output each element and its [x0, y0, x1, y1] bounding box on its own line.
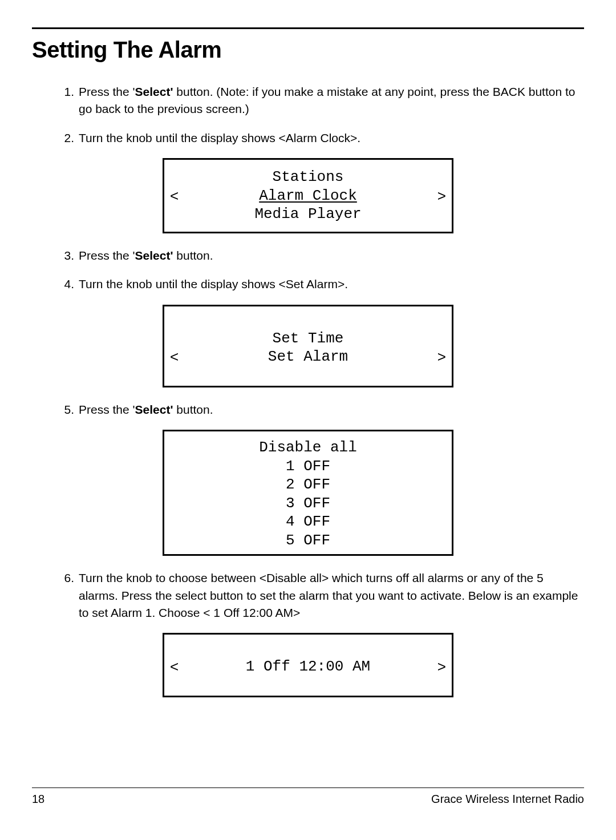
step-text: Turn the knob until the display shows <S…: [79, 276, 348, 293]
page-title: Setting The Alarm: [32, 37, 584, 63]
display-line: Set Time: [170, 329, 446, 348]
display-selected: Set Alarm: [183, 348, 433, 366]
display-selected-row: < Alarm Clock >: [170, 187, 446, 205]
display-line: 4 OFF: [170, 512, 446, 531]
top-rule: [32, 27, 584, 29]
step-number: 1.: [59, 83, 74, 118]
step-text: Turn the knob until the display shows <A…: [79, 130, 360, 147]
step-number: 6.: [59, 570, 74, 621]
arrow-right-icon: >: [433, 657, 446, 676]
step-text-pre: Press the ': [79, 85, 135, 98]
display-selected-row: < Set Alarm >: [170, 348, 446, 366]
step-text-post: button.: [173, 249, 213, 262]
step-text-post: button.: [173, 403, 213, 416]
instruction-steps: 1. Press the 'Select' button. (Note: if …: [32, 83, 584, 147]
display-line: Stations: [170, 168, 446, 187]
page-number: 18: [32, 793, 44, 806]
display-line: Media Player: [170, 205, 446, 224]
step-text-bold: Select': [135, 85, 173, 98]
step-text: Press the 'Select' button.: [79, 401, 213, 418]
display-line: 5 OFF: [170, 531, 446, 550]
display-line: 2 OFF: [170, 475, 446, 494]
step-text: Turn the knob to choose between <Disable…: [79, 570, 584, 621]
step-text-bold: Select': [135, 403, 173, 416]
step-number: 3.: [59, 247, 74, 264]
step-1: 1. Press the 'Select' button. (Note: if …: [59, 83, 584, 118]
step-3: 3. Press the 'Select' button.: [59, 247, 584, 264]
step-6: 6. Turn the knob to choose between <Disa…: [59, 570, 584, 621]
step-text-pre: Press the ': [79, 403, 135, 416]
page-footer: 18 Grace Wireless Internet Radio: [32, 788, 584, 806]
display-selected: Alarm Clock: [183, 187, 433, 205]
display-line: Disable all: [170, 438, 446, 457]
lcd-display-3: Disable all 1 OFF 2 OFF 3 OFF 4 OFF 5 OF…: [163, 430, 453, 556]
step-number: 2.: [59, 130, 74, 147]
step-text-pre: Press the ': [79, 249, 135, 262]
display-line: 1 OFF: [170, 457, 446, 476]
step-2: 2. Turn the knob until the display shows…: [59, 130, 584, 147]
instruction-steps: 6. Turn the knob to choose between <Disa…: [32, 570, 584, 621]
display-selected-row: < 1 Off 12:00 AM >: [170, 657, 446, 676]
instruction-steps: 3. Press the 'Select' button. 4. Turn th…: [32, 247, 584, 293]
display-line: 3 OFF: [170, 494, 446, 513]
lcd-display-2: Set Time < Set Alarm >: [163, 305, 453, 387]
arrow-right-icon: >: [433, 348, 446, 366]
arrow-right-icon: >: [433, 187, 446, 205]
step-text: Press the 'Select' button. (Note: if you…: [79, 83, 584, 118]
product-name: Grace Wireless Internet Radio: [431, 793, 584, 806]
arrow-left-icon: <: [170, 657, 183, 676]
display-selected: 1 Off 12:00 AM: [183, 657, 433, 676]
step-number: 4.: [59, 276, 74, 293]
arrow-left-icon: <: [170, 348, 183, 366]
footer-rule: [32, 788, 584, 788]
instruction-steps: 5. Press the 'Select' button.: [32, 401, 584, 418]
step-4: 4. Turn the knob until the display shows…: [59, 276, 584, 293]
lcd-display-4: < 1 Off 12:00 AM >: [163, 633, 453, 697]
step-text: Press the 'Select' button.: [79, 247, 213, 264]
lcd-display-1: Stations < Alarm Clock > Media Player: [163, 158, 453, 233]
arrow-left-icon: <: [170, 187, 183, 205]
step-5: 5. Press the 'Select' button.: [59, 401, 584, 418]
step-number: 5.: [59, 401, 74, 418]
step-text-bold: Select': [135, 249, 173, 262]
